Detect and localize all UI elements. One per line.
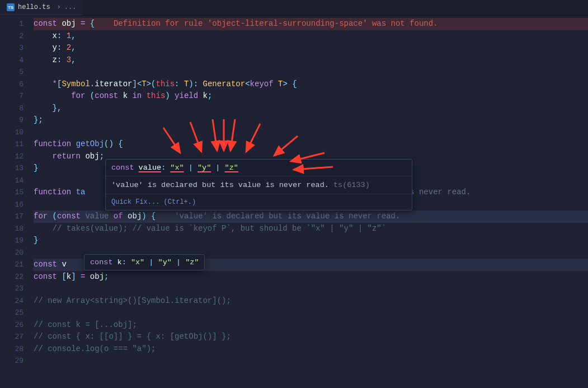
code-line[interactable]: // const { x: [[o]] } = { x: [getObj()] … xyxy=(34,331,588,343)
line-number: 5 xyxy=(0,66,23,78)
typescript-icon: TS xyxy=(7,3,15,11)
line-number: 8 xyxy=(0,102,23,115)
diagnostic-message: 'value' is declared but its value is nev… xyxy=(106,176,412,194)
line-number: 20 xyxy=(0,247,23,259)
line-number: 15 xyxy=(0,186,23,199)
breadcrumb-separator-icon: › xyxy=(57,3,61,11)
code-line[interactable] xyxy=(34,66,588,78)
code-line[interactable] xyxy=(34,283,588,295)
hover-tooltip-k: const k: "x" | "y" | "z" xyxy=(84,254,205,270)
code-line[interactable] xyxy=(34,355,588,367)
code-line[interactable]: // new Array<string>()[Symbol.iterator](… xyxy=(34,295,588,307)
line-number: 23 xyxy=(0,283,23,295)
line-number: 9 xyxy=(0,114,23,127)
tab-label: hello.ts xyxy=(18,3,50,11)
hover-tooltip-value: const value: "x" | "y" | "z" 'value' is … xyxy=(105,159,412,211)
code-line[interactable]: for (const value of obj) { 'value' is de… xyxy=(34,211,588,223)
code-line[interactable] xyxy=(34,307,588,319)
code-line[interactable]: }; xyxy=(34,114,588,127)
line-number: 17 xyxy=(0,211,23,223)
line-number: 22 xyxy=(0,271,23,283)
quick-fix-link[interactable]: Quick Fix... (Ctrl+.) xyxy=(106,194,412,210)
code-line[interactable]: z: 3, xyxy=(34,54,588,67)
line-number: 7 xyxy=(0,90,23,102)
line-number: 29 xyxy=(0,355,23,367)
code-line[interactable]: *[Symbol.iterator]<T>(this: T): Generato… xyxy=(34,78,588,91)
line-number: 28 xyxy=(0,343,23,356)
line-number: 12 xyxy=(0,151,23,163)
line-number: 25 xyxy=(0,307,23,319)
line-number: 27 xyxy=(0,331,23,343)
line-number: 14 xyxy=(0,175,23,187)
code-line[interactable]: y: 2, xyxy=(34,42,588,54)
code-line[interactable]: } xyxy=(34,235,588,247)
code-line[interactable]: x: 1, xyxy=(34,30,588,43)
code-line[interactable] xyxy=(34,127,588,139)
code-line[interactable]: const [k] = obj; xyxy=(34,271,588,283)
code-line[interactable]: function getObj() { xyxy=(34,138,588,151)
line-number: 3 xyxy=(0,42,23,54)
line-number: 18 xyxy=(0,223,23,235)
code-line[interactable]: // const k = [...obj]; xyxy=(34,319,588,331)
tab-hello-ts[interactable]: TS hello.ts › ... xyxy=(0,0,83,15)
line-number-gutter: 1234567891011121314151617181920212223242… xyxy=(0,16,34,367)
code-line[interactable]: }, xyxy=(34,102,588,115)
line-number: 26 xyxy=(0,319,23,331)
line-number: 11 xyxy=(0,138,23,151)
line-number: 1 xyxy=(0,18,23,30)
code-line[interactable]: // takes(value); // value is `keyof P`, … xyxy=(34,223,588,235)
line-number: 2 xyxy=(0,30,23,43)
type-signature: const value: "x" | "y" | "z" xyxy=(106,160,412,176)
line-number: 13 xyxy=(0,162,23,175)
line-number: 10 xyxy=(0,127,23,139)
line-number: 21 xyxy=(0,259,23,271)
line-number: 4 xyxy=(0,54,23,67)
line-number: 19 xyxy=(0,235,23,247)
line-number: 16 xyxy=(0,199,23,211)
line-number: 24 xyxy=(0,295,23,307)
code-line[interactable]: // console.log(o === "a"); xyxy=(34,343,588,356)
line-number: 6 xyxy=(0,78,23,91)
code-line[interactable]: const obj = { Definition for rule 'objec… xyxy=(34,18,588,30)
breadcrumb-more: ... xyxy=(64,3,77,11)
tab-bar: TS hello.ts › ... xyxy=(0,0,588,16)
code-line[interactable]: for (const k in this) yield k; xyxy=(34,90,588,102)
